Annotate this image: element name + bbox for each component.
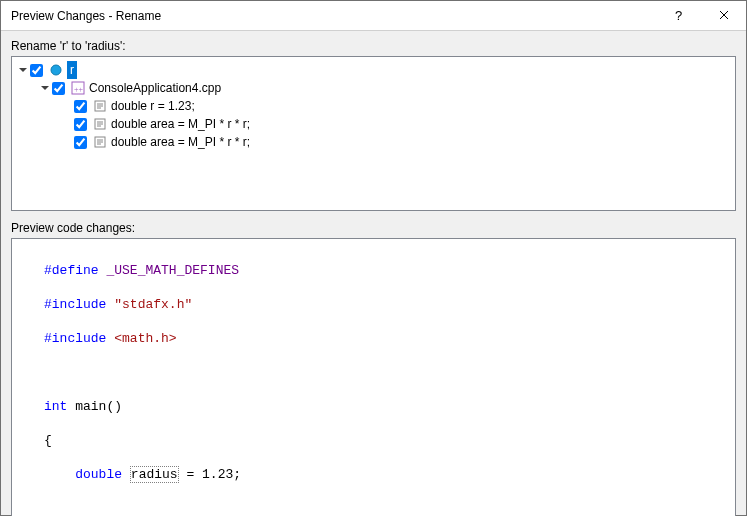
- code-token: _USE_MATH_DEFINES: [106, 263, 239, 278]
- code-token: = 1.23;: [179, 467, 241, 482]
- tree-ref-checkbox[interactable]: [74, 100, 87, 113]
- variable-icon: [48, 62, 64, 78]
- code-token: <math.h>: [114, 331, 176, 346]
- help-icon: ?: [675, 8, 682, 23]
- tree-root-checkbox[interactable]: [30, 64, 43, 77]
- cpp-file-icon: ++: [70, 80, 86, 96]
- tree-ref-row[interactable]: double area = M_PI * r * r;: [14, 133, 733, 151]
- dialog-content: Rename 'r' to 'radius': r ++: [1, 31, 746, 516]
- tree-ref-row[interactable]: double area = M_PI * r * r;: [14, 115, 733, 133]
- code-token: #define: [44, 263, 99, 278]
- code-ref-icon: [92, 134, 108, 150]
- window-title: Preview Changes - Rename: [11, 9, 656, 23]
- tree-ref-label: double r = 1.23;: [111, 97, 195, 115]
- tree-root-label: r: [67, 61, 77, 79]
- tree-file-label: ConsoleApplication4.cpp: [89, 79, 221, 97]
- tree-ref-label: double area = M_PI * r * r;: [111, 115, 250, 133]
- close-button[interactable]: [701, 1, 746, 30]
- tree-file-checkbox[interactable]: [52, 82, 65, 95]
- tree-ref-row[interactable]: double r = 1.23;: [14, 97, 733, 115]
- code-token: #include: [44, 297, 106, 312]
- code-token: #include: [44, 331, 106, 346]
- titlebar: Preview Changes - Rename ?: [1, 1, 746, 31]
- code-preview-wrap: #define _USE_MATH_DEFINES #include "stda…: [11, 238, 736, 516]
- code-ref-icon: [92, 98, 108, 114]
- close-icon: [719, 9, 729, 23]
- tree-ref-label: double area = M_PI * r * r;: [111, 133, 250, 151]
- changes-tree[interactable]: r ++ ConsoleApplication4.cpp double r = …: [11, 56, 736, 211]
- code-token: "stdafx.h": [114, 297, 192, 312]
- code-preview[interactable]: #define _USE_MATH_DEFINES #include "stda…: [11, 238, 736, 516]
- renamed-token: radius: [130, 466, 179, 483]
- svg-point-0: [51, 65, 61, 75]
- tree-root-row[interactable]: r: [14, 61, 733, 79]
- tree-file-row[interactable]: ++ ConsoleApplication4.cpp: [14, 79, 733, 97]
- expander-icon[interactable]: [16, 63, 30, 77]
- svg-text:++: ++: [74, 85, 84, 94]
- expander-icon[interactable]: [38, 81, 52, 95]
- code-token: int: [44, 399, 67, 414]
- code-token: double: [75, 467, 122, 482]
- preview-changes-dialog: Preview Changes - Rename ? Rename 'r' to…: [0, 0, 747, 516]
- tree-ref-checkbox[interactable]: [74, 118, 87, 131]
- preview-label: Preview code changes:: [11, 221, 736, 235]
- code-token: {: [44, 433, 52, 448]
- code-ref-icon: [92, 116, 108, 132]
- code-token: main(): [67, 399, 122, 414]
- help-button[interactable]: ?: [656, 1, 701, 30]
- rename-label: Rename 'r' to 'radius':: [11, 39, 736, 53]
- tree-ref-checkbox[interactable]: [74, 136, 87, 149]
